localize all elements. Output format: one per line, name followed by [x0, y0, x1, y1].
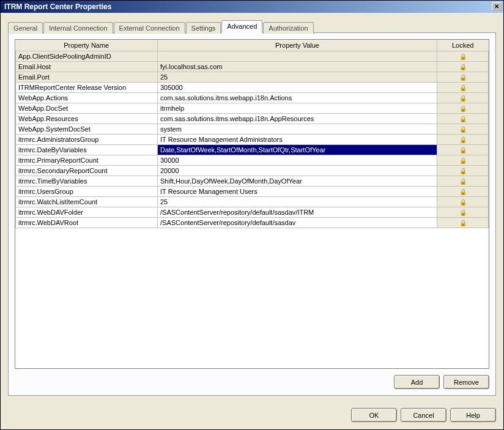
table-row[interactable]: itrmrc.UsersGroupIT Resource Management … — [16, 186, 489, 196]
property-locked-cell[interactable]: 🔒 — [437, 61, 489, 72]
tab-advanced[interactable]: Advanced — [221, 20, 262, 33]
tab-external-connection[interactable]: External Connection — [114, 22, 185, 34]
tab-authorization[interactable]: Authorization — [263, 22, 313, 34]
lock-icon: 🔒 — [459, 147, 467, 154]
lock-icon: 🔒 — [459, 106, 467, 112]
property-value-cell[interactable]: itrmhelp — [158, 103, 437, 113]
property-value-cell[interactable] — [158, 51, 437, 61]
lock-icon: 🔒 — [459, 158, 467, 164]
property-locked-cell[interactable]: 🔒 — [437, 176, 489, 186]
property-name-cell[interactable]: WebApp.DocSet — [16, 103, 158, 113]
table-row[interactable]: Email.Hostfyi.localhost.sas.com🔒 — [16, 61, 489, 72]
table-row[interactable]: Email.Port25🔒 — [16, 72, 489, 82]
property-locked-cell[interactable]: 🔒 — [437, 124, 489, 134]
properties-table: Property Name Property Value Locked App.… — [15, 40, 489, 228]
titlebar: ITRM Report Center Properties ✕ — [1, 1, 503, 13]
table-row[interactable]: WebApp.DocSetitrmhelp🔒 — [16, 103, 489, 113]
property-name-cell[interactable]: itrmrc.TimeByVariables — [16, 176, 158, 186]
property-value-cell[interactable]: system — [158, 124, 437, 134]
tab-settings[interactable]: Settings — [186, 22, 221, 34]
lock-icon: 🔒 — [459, 189, 467, 195]
property-name-cell[interactable]: Email.Host — [16, 61, 158, 72]
property-locked-cell[interactable]: 🔒 — [437, 196, 489, 207]
table-row[interactable]: itrmrc.AdministratorsGroupIT Resource Ma… — [16, 134, 489, 144]
table-row[interactable]: itrmrc.DateByVariablesDate,StartOfWeek,S… — [16, 144, 489, 155]
property-value-cell[interactable]: 30000 — [158, 155, 437, 165]
property-value-cell[interactable]: com.sas.solutions.itms.webapp.i18n.Actio… — [158, 92, 437, 103]
property-locked-cell[interactable]: 🔒 — [437, 134, 489, 144]
lock-icon: 🔒 — [459, 210, 467, 216]
property-name-cell[interactable]: itrmrc.UsersGroup — [16, 186, 158, 196]
property-locked-cell[interactable]: 🔒 — [437, 103, 489, 113]
property-locked-cell[interactable]: 🔒 — [437, 113, 489, 124]
property-name-cell[interactable]: Email.Port — [16, 72, 158, 82]
tab-general[interactable]: General — [8, 22, 43, 34]
property-name-cell[interactable]: ITRMReportCenter Release Version — [16, 82, 158, 92]
property-value-cell[interactable]: com.sas.solutions.itms.webapp.i18n.AppRe… — [158, 113, 437, 124]
property-name-cell[interactable]: WebApp.SystemDocSet — [16, 124, 158, 134]
column-header-locked[interactable]: Locked — [437, 40, 489, 51]
panel-button-row: Add Remove — [15, 375, 489, 389]
table-row[interactable]: itrmrc.PrimaryReportCount30000🔒 — [16, 155, 489, 165]
property-value-cell[interactable]: fyi.localhost.sas.com — [158, 61, 437, 72]
property-name-cell[interactable]: WebApp.Actions — [16, 92, 158, 103]
properties-table-wrap[interactable]: Property Name Property Value Locked App.… — [15, 39, 489, 369]
help-button[interactable]: Help — [450, 408, 496, 422]
tab-internal-connection[interactable]: Internal Connection — [43, 22, 113, 34]
property-name-cell[interactable]: itrmrc.SecondaryReportCount — [16, 165, 158, 176]
column-header-value[interactable]: Property Value — [158, 40, 437, 51]
table-row[interactable]: App.ClientSidePoolingAdminID🔒 — [16, 51, 489, 61]
property-value-cell[interactable]: IT Resource Management Users — [158, 186, 437, 196]
property-value-cell[interactable]: 305000 — [158, 82, 437, 92]
table-row[interactable]: WebApp.SystemDocSetsystem🔒 — [16, 124, 489, 134]
table-row[interactable]: itrmrc.WebDAVFolder/SASContentServer/rep… — [16, 207, 489, 217]
tab-panel-advanced: Property Name Property Value Locked App.… — [8, 32, 496, 396]
property-value-cell[interactable]: 20000 — [158, 165, 437, 176]
property-name-cell[interactable]: itrmrc.WatchListItemCount — [16, 196, 158, 207]
column-header-name[interactable]: Property Name — [16, 40, 158, 51]
cancel-button[interactable]: Cancel — [401, 408, 447, 422]
property-locked-cell[interactable]: 🔒 — [437, 217, 489, 228]
property-name-cell[interactable]: itrmrc.WebDAVRoot — [16, 217, 158, 228]
property-locked-cell[interactable]: 🔒 — [437, 144, 489, 155]
property-name-cell[interactable]: itrmrc.DateByVariables — [16, 144, 158, 155]
table-row[interactable]: itrmrc.SecondaryReportCount20000🔒 — [16, 165, 489, 176]
property-value-cell[interactable]: 25 — [158, 72, 437, 82]
table-row[interactable]: itrmrc.TimeByVariablesShift,Hour,DayOfWe… — [16, 176, 489, 186]
table-row[interactable]: itrmrc.WatchListItemCount25🔒 — [16, 196, 489, 207]
property-name-cell[interactable]: WebApp.Resources — [16, 113, 158, 124]
table-row[interactable]: itrmrc.WebDAVRoot/SASContentServer/repos… — [16, 217, 489, 228]
property-name-cell[interactable]: App.ClientSidePoolingAdminID — [16, 51, 158, 61]
property-locked-cell[interactable]: 🔒 — [437, 155, 489, 165]
property-value-cell[interactable]: 25 — [158, 196, 437, 207]
property-locked-cell[interactable]: 🔒 — [437, 72, 489, 82]
property-name-cell[interactable]: itrmrc.PrimaryReportCount — [16, 155, 158, 165]
remove-button[interactable]: Remove — [443, 375, 489, 389]
property-locked-cell[interactable]: 🔒 — [437, 207, 489, 217]
property-name-cell[interactable]: itrmrc.AdministratorsGroup — [16, 134, 158, 144]
property-locked-cell[interactable]: 🔒 — [437, 165, 489, 176]
property-locked-cell[interactable]: 🔒 — [437, 51, 489, 61]
property-value-cell[interactable]: IT Resource Management Administrators — [158, 134, 437, 144]
dialog-button-row: OK Cancel Help — [1, 402, 503, 429]
property-locked-cell[interactable]: 🔒 — [437, 92, 489, 103]
property-name-cell[interactable]: itrmrc.WebDAVFolder — [16, 207, 158, 217]
property-value-cell[interactable]: Date,StartOfWeek,StartOfMonth,StartOfQtr… — [158, 144, 437, 155]
property-value-cell[interactable]: /SASContentServer/repository/default/sas… — [158, 217, 437, 228]
close-button[interactable]: ✕ — [492, 2, 502, 11]
property-locked-cell[interactable]: 🔒 — [437, 186, 489, 196]
add-button[interactable]: Add — [394, 375, 440, 389]
property-locked-cell[interactable]: 🔒 — [437, 82, 489, 92]
lock-icon: 🔒 — [459, 220, 467, 226]
lock-icon: 🔒 — [459, 116, 467, 122]
table-row[interactable]: WebApp.Resourcescom.sas.solutions.itms.w… — [16, 113, 489, 124]
content-area: GeneralInternal ConnectionExternal Conne… — [1, 13, 503, 402]
table-row[interactable]: ITRMReportCenter Release Version305000🔒 — [16, 82, 489, 92]
ok-button[interactable]: OK — [351, 408, 397, 422]
lock-icon: 🔒 — [459, 85, 467, 91]
property-value-cell[interactable]: /SASContentServer/repository/default/sas… — [158, 207, 437, 217]
property-value-cell[interactable]: Shift,Hour,DayOfWeek,DayOfMonth,DayOfYea… — [158, 176, 437, 186]
window-title: ITRM Report Center Properties — [2, 2, 492, 11]
table-row[interactable]: WebApp.Actionscom.sas.solutions.itms.web… — [16, 92, 489, 103]
lock-icon: 🔒 — [459, 179, 467, 185]
